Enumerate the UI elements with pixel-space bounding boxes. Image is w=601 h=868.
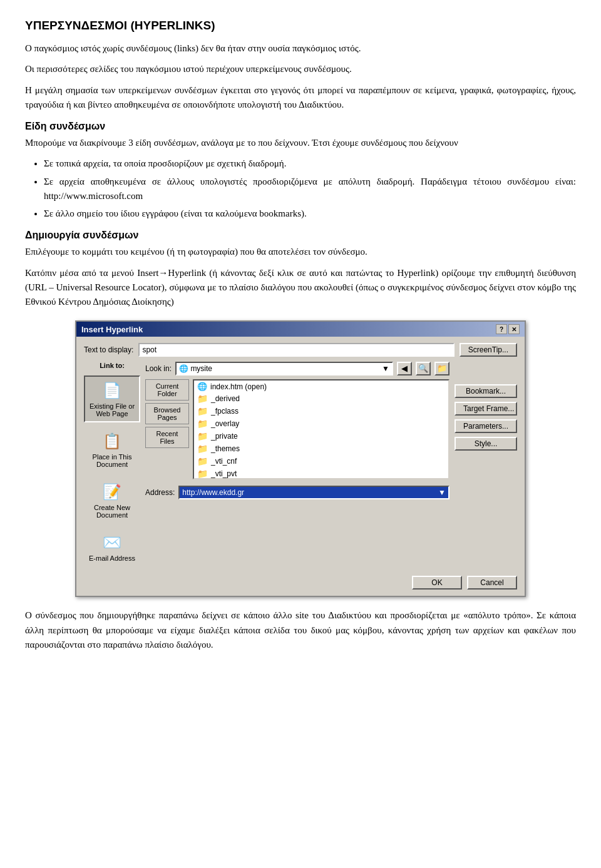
file-list-box[interactable]: 🌐index.htm (open)📁_derived📁_fpclass📁_ove… <box>193 379 449 479</box>
target-frame-button[interactable]: Target Frame... <box>455 402 517 416</box>
bullet-item-1: Σε τοπικά αρχεία, τα οποία προσδιορίζουν… <box>44 156 576 171</box>
screentip-button[interactable]: ScreenTip... <box>460 343 517 357</box>
cancel-button[interactable]: Cancel <box>467 576 517 590</box>
address-dropdown-arrow-icon: ▼ <box>438 488 446 497</box>
file-name: _vti_cnf <box>211 457 237 466</box>
folder-icon: 📁 <box>197 444 208 454</box>
file-name: _fpclass <box>211 407 239 416</box>
dialog-main: Link to: 📄 Existing File orWeb Page 📋 Pl… <box>84 362 517 567</box>
address-row: Address: http://www.ekdd.gr ▼ <box>145 486 449 499</box>
sub-nav-panel: CurrentFolder BrowsedPages RecentFiles <box>145 379 189 479</box>
file-list-item[interactable]: 📁_vti_pvt <box>194 467 448 479</box>
folder-icon: 📁 <box>197 419 208 429</box>
text-to-display-label: Text to display: <box>84 345 133 354</box>
folder-icon: 📁 <box>197 469 208 479</box>
back-button[interactable]: ◀ <box>397 362 412 375</box>
dropdown-arrow-icon: ▼ <box>382 364 389 373</box>
search-web-button[interactable]: 🔍 <box>416 362 431 375</box>
link-type-existing[interactable]: 📄 Existing File orWeb Page <box>84 375 140 422</box>
style-button[interactable]: Style... <box>455 437 517 451</box>
file-name: index.htm (open) <box>210 382 267 391</box>
file-name: _vti_pvt <box>211 469 237 478</box>
new-folder-button[interactable]: 📁 <box>434 362 449 375</box>
paragraph-after-dialog: Ο σύνδεσμος που δημιουργήθηκε παραπάνω δ… <box>25 608 576 652</box>
section2-title: Δημιουργία συνδέσμων <box>25 230 576 241</box>
section2-para2: Κατόπιν μέσα από τα μενού Insert→Hyperli… <box>25 266 576 310</box>
middle-area: CurrentFolder BrowsedPages RecentFiles 🌐… <box>145 379 449 479</box>
file-name: _private <box>211 432 238 441</box>
bullet-item-3: Σε άλλο σημείο του ίδιου εγγράφου (είναι… <box>44 207 576 221</box>
bullet-list: Σε τοπικά αρχεία, τα οποία προσδιορίζουν… <box>44 156 576 221</box>
paragraph-3: Η μεγάλη σημασία των υπερκείμενων συνδέσ… <box>25 83 576 113</box>
dialog-body: Text to display: ScreenTip... Link to: 📄… <box>76 337 525 596</box>
address-value: http://www.ekdd.gr <box>182 488 244 497</box>
ok-button[interactable]: OK <box>412 576 462 590</box>
email-address-label: E-mail Address <box>89 554 135 562</box>
section2-para1: Επιλέγουμε το κομμάτι του κειμένου (ή τη… <box>25 245 576 259</box>
titlebar-buttons: ? ✕ <box>496 324 520 334</box>
file-name: _derived <box>211 394 240 403</box>
browsed-pages-btn[interactable]: BrowsedPages <box>145 403 189 424</box>
dialog-titlebar: Insert Hyperlink ? ✕ <box>76 322 525 337</box>
folder-icon: 📁 <box>197 394 208 404</box>
help-button[interactable]: ? <box>496 324 507 334</box>
link-type-place[interactable]: 📋 Place in ThisDocument <box>84 426 140 473</box>
bullet-item-2: Σε αρχεία αποθηκευμένα σε άλλους υπολογι… <box>44 175 576 204</box>
file-list-item[interactable]: 📁_vti_cnf <box>194 455 448 467</box>
create-new-icon: 📝 <box>102 482 122 502</box>
current-folder-btn[interactable]: CurrentFolder <box>145 379 189 401</box>
parameters-button[interactable]: Parameters... <box>455 419 517 433</box>
folder-icon: 📁 <box>197 406 208 416</box>
center-panel: Look in: 🌐 mysite ▼ ◀ 🔍 📁 CurrentFolder … <box>145 362 449 567</box>
text-to-display-input[interactable] <box>138 343 454 357</box>
paragraph-1: Ο παγκόσμιος ιστός χωρίς συνδέσμους (lin… <box>25 41 576 56</box>
file-name: _themes <box>211 444 240 453</box>
look-in-value: 🌐 mysite <box>179 364 212 373</box>
look-in-label: Look in: <box>145 364 172 373</box>
file-list-item[interactable]: 📁_fpclass <box>194 405 448 417</box>
link-type-email[interactable]: ✉️ E-mail Address <box>84 528 140 567</box>
right-button-panel: Bookmark... Target Frame... Parameters..… <box>455 362 517 567</box>
place-in-doc-label: Place in ThisDocument <box>93 453 132 468</box>
insert-hyperlink-dialog: Insert Hyperlink ? ✕ Text to display: Sc… <box>75 320 526 597</box>
link-type-new[interactable]: 📝 Create NewDocument <box>84 477 140 524</box>
existing-file-label: Existing File orWeb Page <box>90 402 135 417</box>
address-dropdown[interactable]: http://www.ekdd.gr ▼ <box>178 486 449 499</box>
bookmark-button[interactable]: Bookmark... <box>455 384 517 398</box>
place-in-doc-icon: 📋 <box>102 431 122 451</box>
dialog-title: Insert Hyperlink <box>81 325 143 334</box>
file-list-area: 🌐index.htm (open)📁_derived📁_fpclass📁_ove… <box>193 379 449 479</box>
bottom-buttons: OK Cancel <box>84 572 517 590</box>
file-list-item[interactable]: 🌐index.htm (open) <box>194 380 448 392</box>
existing-file-icon: 📄 <box>102 380 122 401</box>
file-list-item[interactable]: 📁_derived <box>194 392 448 405</box>
link-type-panel: Link to: 📄 Existing File orWeb Page 📋 Pl… <box>84 362 140 567</box>
file-list-item[interactable]: 📁_overlay <box>194 417 448 430</box>
link-to-label: Link to: <box>84 362 140 369</box>
top-row: Text to display: ScreenTip... <box>84 343 517 357</box>
paragraph-2: Οι περισσότερες σελίδες του παγκόσμιου ι… <box>25 62 576 76</box>
file-name: _overlay <box>211 419 239 428</box>
look-in-dropdown[interactable]: 🌐 mysite ▼ <box>175 362 393 375</box>
file-icon: 🌐 <box>197 382 207 391</box>
recent-files-btn[interactable]: RecentFiles <box>145 427 189 448</box>
close-button[interactable]: ✕ <box>508 324 520 334</box>
section1-title: Είδη συνδέσμων <box>25 121 576 132</box>
create-new-label: Create NewDocument <box>94 504 130 519</box>
email-address-icon: ✉️ <box>102 533 122 553</box>
address-label: Address: <box>145 488 175 497</box>
folder-icon: 📁 <box>197 456 208 466</box>
folder-icon: 📁 <box>197 431 208 441</box>
file-list-item[interactable]: 📁_themes <box>194 442 448 455</box>
file-list-item[interactable]: 📁_private <box>194 430 448 442</box>
page-title: ΥΠΕΡΣΥΝΔΕΣΜΟΙ (HYPERLINKS) <box>25 19 576 33</box>
look-in-row: Look in: 🌐 mysite ▼ ◀ 🔍 📁 <box>145 362 449 375</box>
section1-intro: Μπορούμε να διακρίνουμε 3 είδη συνδέσμων… <box>25 136 576 150</box>
